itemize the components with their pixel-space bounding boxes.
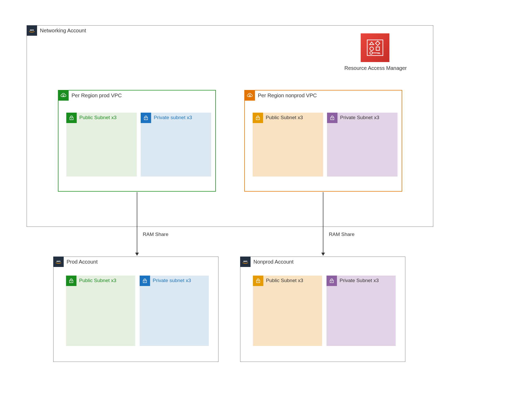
nonprod-account-private-subnet: Private Subnet x3 xyxy=(327,276,396,346)
nonprod-public-subnet: Public Subnet x3 xyxy=(253,113,323,176)
svg-marker-2 xyxy=(370,42,374,45)
prod-account-public-subnet: Public Subnet x3 xyxy=(66,276,135,346)
lock-icon xyxy=(253,113,263,123)
svg-point-33 xyxy=(258,281,258,282)
svg-point-26 xyxy=(71,281,72,282)
nonprod-account-public-subnet-label: Public Subnet x3 xyxy=(266,278,303,283)
svg-point-36 xyxy=(331,281,332,282)
aws-icon: aws xyxy=(53,257,64,267)
nonprod-account-label: Nonprod Account xyxy=(253,259,293,265)
nonprod-public-subnet-label: Public Subnet x3 xyxy=(266,115,303,120)
prod-private-subnet-label: Private subnet x3 xyxy=(154,115,192,120)
nonprod-private-subnet: Private Subnet x3 xyxy=(327,113,398,176)
svg-point-19 xyxy=(258,118,258,119)
prod-public-subnet-label: Public Subnet x3 xyxy=(79,115,117,120)
svg-point-4 xyxy=(370,47,373,51)
nonprod-private-subnet-label: Private Subnet x3 xyxy=(340,115,379,120)
prod-account-public-subnet-label: Public Subnet x3 xyxy=(79,278,116,283)
svg-point-15 xyxy=(146,118,146,119)
prod-account-label: Prod Account xyxy=(67,259,98,265)
arrow-down-right xyxy=(321,192,325,256)
svg-rect-5 xyxy=(376,47,379,50)
lock-icon xyxy=(327,276,337,286)
lock-icon xyxy=(327,113,337,123)
svg-rect-17 xyxy=(249,95,251,96)
nonprod-account-box: aws Nonprod Account Public Subnet x3 Pri… xyxy=(240,257,405,362)
svg-rect-3 xyxy=(376,41,380,46)
resource-access-manager-label: Resource Access Manager xyxy=(343,65,408,71)
nonprod-vpc-label: Per Region nonprod VPC xyxy=(258,93,317,99)
svg-point-6 xyxy=(370,52,372,54)
prod-account-private-subnet: Private subnet x3 xyxy=(140,276,209,346)
prod-public-subnet: Public Subnet x3 xyxy=(66,113,137,176)
arrow-down-left xyxy=(135,192,139,256)
aws-icon: aws xyxy=(27,25,37,36)
svg-point-12 xyxy=(71,118,72,119)
lock-icon xyxy=(141,113,151,123)
svg-text:aws: aws xyxy=(243,260,247,263)
prod-vpc-label: Per Region prod VPC xyxy=(72,93,122,99)
svg-point-29 xyxy=(145,281,145,282)
svg-rect-10 xyxy=(63,95,64,96)
networking-account-label: Networking Account xyxy=(40,28,86,34)
ram-share-label-left: RAM Share xyxy=(143,232,168,237)
resource-access-manager-icon xyxy=(361,33,389,62)
svg-point-22 xyxy=(332,118,333,119)
prod-account-private-subnet-label: Private subnet x3 xyxy=(153,278,191,283)
prod-private-subnet: Private subnet x3 xyxy=(141,113,211,176)
nonprod-vpc-box: Per Region nonprod VPC Public Subnet x3 … xyxy=(244,90,402,192)
lock-icon xyxy=(253,276,263,286)
lock-icon xyxy=(140,276,150,286)
svg-text:aws: aws xyxy=(56,260,61,263)
lock-icon xyxy=(66,113,77,123)
nonprod-account-public-subnet: Public Subnet x3 xyxy=(253,276,322,346)
lock-icon xyxy=(66,276,76,286)
prod-account-box: aws Prod Account Public Subnet x3 Privat… xyxy=(53,257,218,362)
vpc-cloud-icon xyxy=(58,90,69,101)
ram-share-label-right: RAM Share xyxy=(329,232,354,237)
aws-icon: aws xyxy=(240,257,251,267)
vpc-cloud-icon xyxy=(245,90,255,101)
nonprod-account-private-subnet-label: Private Subnet x3 xyxy=(340,278,379,283)
prod-vpc-box: Per Region prod VPC Public Subnet x3 Pri… xyxy=(58,90,216,192)
svg-text:aws: aws xyxy=(30,29,34,31)
